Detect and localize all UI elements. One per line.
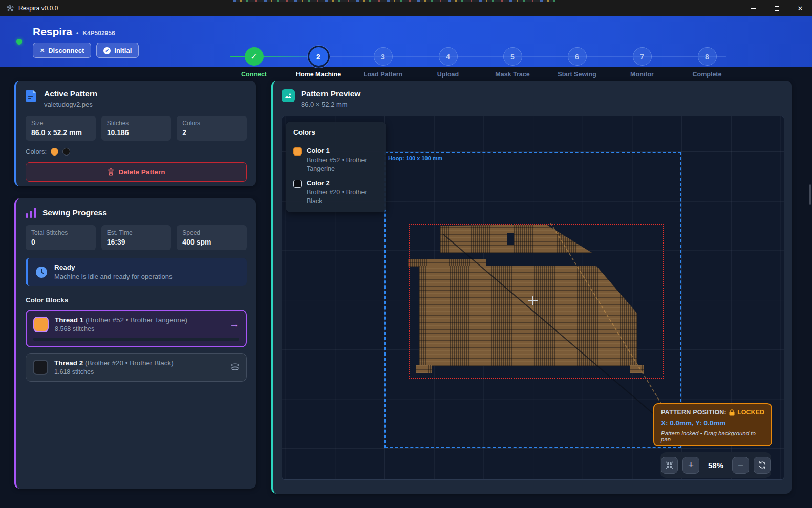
app-window: Respira v0.0.0 ✕ Respira • K4P502956 ✕ D… (0, 0, 812, 508)
stat-stitches: Stitches 10.186 (101, 116, 172, 141)
image-icon (282, 89, 295, 102)
titlebar: Respira v0.0.0 ✕ (0, 0, 812, 16)
app-header: Respira • K4P502956 ✕ Disconnect ✓ Initi… (0, 16, 812, 67)
zoom-level: 58% (704, 461, 728, 470)
bullet-separator: • (76, 30, 78, 37)
stat-size: Size 86.0 x 52.2 mm (26, 116, 96, 141)
legend-swatch-2 (293, 180, 302, 188)
colors-label: Colors: (26, 148, 47, 156)
step-complete[interactable]: 8 Complete (675, 47, 739, 78)
delete-pattern-button[interactable]: Delete Pattern (26, 162, 247, 182)
thread-1-swatch (33, 317, 49, 332)
fit-to-screen-button[interactable] (661, 457, 678, 474)
clock-icon (35, 266, 48, 279)
locked-badge: LOCKED (729, 409, 764, 416)
disconnect-button[interactable]: ✕ Disconnect (33, 43, 91, 58)
file-icon (26, 89, 38, 104)
status-description: Machine is idle and ready for operations (54, 273, 173, 280)
thread-1-stitches: 8.568 stitches (55, 325, 187, 333)
color-swatch-1 (51, 148, 58, 156)
close-button[interactable]: ✕ (788, 0, 812, 16)
thread-2-stitches: 1.618 stitches (54, 368, 174, 376)
step-load-pattern[interactable]: 3 Load Pattern (351, 47, 415, 78)
pattern-bounding-box (409, 224, 664, 379)
check-circle-icon: ✓ (103, 47, 111, 54)
arrow-right-icon[interactable]: → (229, 319, 239, 330)
preview-canvas[interactable]: Hoop: 100 x 100 mm Colors Color 1 (282, 116, 784, 480)
trash-icon (108, 168, 114, 176)
layers-icon (230, 363, 240, 371)
pattern-filename: valetudogv2.pes (44, 101, 97, 108)
zoom-out-button[interactable]: − (732, 457, 749, 474)
machine-status-banner: Ready Machine is idle and ready for oper… (26, 258, 247, 286)
initial-button[interactable]: ✓ Initial (96, 43, 139, 58)
active-pattern-card: Active Pattern valetudogv2.pes Size 86.0… (14, 81, 256, 186)
window-title: Respira v0.0.0 (18, 5, 58, 12)
stat-colors: Colors 2 (177, 116, 247, 141)
zoom-controls: + 58% − (660, 452, 771, 478)
bar-chart-icon (26, 208, 36, 218)
step-home-machine[interactable]: 2 Home Machine (286, 47, 351, 78)
color-swatch-2 (62, 148, 70, 156)
thread-2-name: Thread 2 (Brother #20 • Brother Black) (54, 359, 174, 367)
stat-total-stitches: Total Stitches 0 (26, 225, 96, 250)
thread-2-swatch (33, 360, 48, 375)
colors-legend-panel: Colors Color 1 Brother #52 • Brother Tan… (286, 122, 386, 212)
stat-est-time: Est. Time 16:39 (101, 225, 172, 250)
thread-block-2[interactable]: Thread 2 (Brother #20 • Brother Black) 1… (26, 353, 247, 382)
step-connect[interactable]: ✓ Connect (222, 47, 286, 78)
step-monitor[interactable]: 7 Monitor (610, 47, 674, 78)
scrollbar-thumb[interactable] (809, 184, 811, 205)
pattern-coordinates: X: 0.0mm, Y: 0.0mm (661, 419, 764, 427)
step-start-sewing[interactable]: 6 Start Sewing (545, 47, 609, 78)
color-blocks-label: Color Blocks (26, 296, 247, 304)
thread-1-progress-bar (33, 338, 239, 341)
status-title: Ready (54, 263, 173, 271)
step-upload[interactable]: 4 Upload (416, 47, 480, 78)
minimize-button[interactable] (741, 0, 765, 16)
app-logo-icon (6, 4, 14, 12)
lock-icon (729, 409, 735, 416)
sewing-progress-card: Sewing Progress Total Stitches 0 Est. Ti… (14, 198, 256, 489)
pattern-position-overlay: PATTERN POSITION: LOCKED X: 0.0mm, Y: 0.… (653, 403, 772, 446)
close-icon: ✕ (798, 5, 803, 12)
compress-icon (666, 461, 673, 469)
thread-block-1[interactable]: Thread 1 (Brother #52 • Brother Tangerin… (26, 310, 247, 347)
sewing-progress-title: Sewing Progress (42, 208, 107, 217)
brand-name: Respira (33, 26, 72, 38)
pattern-preview-card: Pattern Preview 86.0 × 52.2 mm Hoop: 100… (271, 81, 792, 494)
hoop-label: Hoop: 100 x 100 mm (388, 155, 442, 161)
pattern-position-label: PATTERN POSITION: (661, 409, 726, 416)
close-x-icon: ✕ (40, 47, 45, 54)
zoom-in-button[interactable]: + (682, 457, 699, 474)
workflow-stepper: ✓ Connect 2 Home Machine 3 Load Pattern … (230, 40, 742, 81)
maximize-button[interactable] (765, 0, 788, 16)
step-mask-trace[interactable]: 5 Mask Trace (480, 47, 545, 78)
minus-icon: − (738, 459, 743, 471)
legend-color-2: Color 2 Brother #20 • Brother Black (293, 179, 378, 206)
active-pattern-title: Active Pattern (44, 89, 97, 98)
pattern-preview-title: Pattern Preview (301, 89, 360, 98)
background-artifact (233, 0, 555, 2)
connection-status-dot (16, 39, 22, 45)
refresh-icon (758, 461, 766, 469)
stat-speed: Speed 400 spm (177, 225, 247, 250)
legend-swatch-1 (293, 147, 302, 156)
pattern-lock-hint: Pattern locked • Drag background to pan (661, 430, 764, 443)
machine-serial: K4P502956 (82, 30, 115, 37)
reset-view-button[interactable] (754, 457, 771, 474)
minimize-icon (751, 8, 756, 9)
thread-1-name: Thread 1 (Brother #52 • Brother Tangerin… (55, 316, 187, 324)
legend-color-1: Color 1 Brother #52 • Brother Tangerine (293, 147, 378, 173)
plus-icon: + (688, 459, 694, 471)
pattern-dimensions: 86.0 × 52.2 mm (301, 101, 360, 108)
maximize-icon (775, 6, 779, 11)
colors-legend-title: Colors (293, 128, 378, 141)
